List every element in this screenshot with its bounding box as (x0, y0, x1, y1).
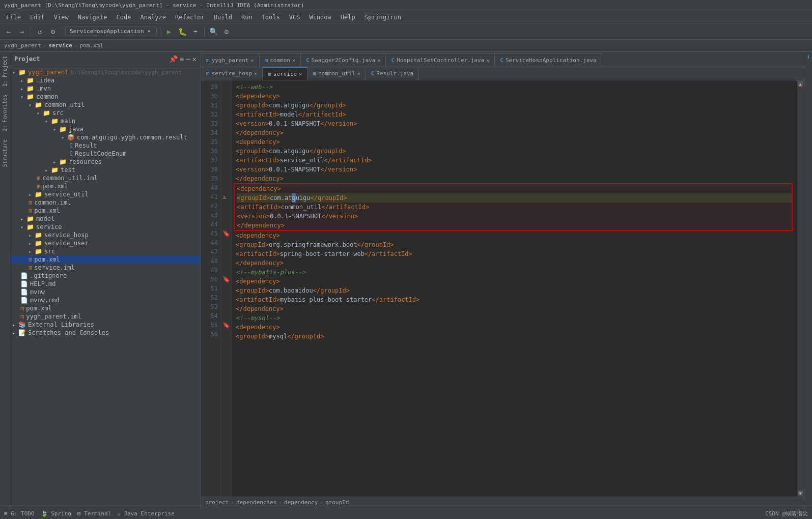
settings-button[interactable]: ⚙ (47, 26, 59, 37)
scroll-top-arrow[interactable]: ▲ (798, 81, 803, 86)
tree-item-result[interactable]: C Result (10, 141, 201, 150)
tab-close-common[interactable]: ✕ (292, 57, 295, 63)
back-button[interactable]: ← (3, 26, 14, 37)
status-spring[interactable]: 🍃 Spring (41, 510, 71, 517)
tree-item-common-util-iml[interactable]: m common_util.iml (10, 174, 201, 182)
eb-groupid[interactable]: groupId (325, 499, 349, 506)
eb-dependency[interactable]: dependency (284, 499, 318, 506)
status-todo[interactable]: ≡ 6: TODO (4, 510, 35, 517)
close-icon[interactable]: ✕ (192, 55, 197, 63)
tree-item-scratches[interactable]: ▸ 📝 Scratches and Consoles (10, 329, 201, 337)
structure-tab[interactable]: Structure (1, 135, 9, 171)
tree-item-src-common[interactable]: ▾ 📁 src (10, 109, 201, 117)
tab-servicehospapplication[interactable]: C ServiceHospApplication.java (495, 53, 602, 67)
settings2-button[interactable]: ⚙ (221, 26, 232, 37)
tree-item-service-iml[interactable]: m service.iml (10, 264, 201, 272)
project-tab[interactable]: 1: Project (1, 52, 9, 91)
tab-swagger2config[interactable]: C Swagger2Config.java ✕ (301, 53, 386, 67)
tree-item-resources[interactable]: ▸ 📁 resources (10, 158, 201, 166)
status-csdn: CSDN @蜗落指尖 (765, 510, 808, 517)
tree-item-pom-service-util[interactable]: m pom.xml (10, 207, 201, 215)
code-editor[interactable]: <!--web--> <dependency> <groupId>com.atg… (232, 80, 797, 497)
tree-item-idea[interactable]: ▸ 📁 .idea (10, 76, 201, 84)
run-config-selector[interactable]: ServiceHospApplication ▾ (65, 26, 157, 36)
search-button[interactable]: 🔍 (208, 26, 219, 37)
tree-item-pkg[interactable]: ▾ 📦 com.atguigu.yygh.common.result (10, 133, 201, 141)
tree-item-mvnw-cmd[interactable]: 📄 mvnw.cmd (10, 296, 201, 304)
menu-analyze[interactable]: Analyze (136, 13, 170, 22)
tab-common[interactable]: m common ✕ (260, 53, 301, 67)
tree-item-model[interactable]: ▸ 📁 model (10, 215, 201, 223)
tree-item-pom-root[interactable]: m pom.xml (10, 304, 201, 312)
tab-yygh-parent[interactable]: m yygh_parent ✕ (201, 53, 260, 67)
coverage-button[interactable]: ☂ (190, 26, 201, 37)
tree-item-service-util[interactable]: ▸ 📁 service_util (10, 190, 201, 198)
tab-icon-swagger2config: C (306, 57, 310, 64)
tab-service[interactable]: m service ✕ (263, 67, 307, 80)
menu-run[interactable]: Run (237, 13, 257, 22)
eb-project[interactable]: project (205, 499, 229, 506)
tree-item-helpmd[interactable]: 📄 HELP.md (10, 280, 201, 288)
menu-view[interactable]: View (50, 13, 73, 22)
menu-vcs[interactable]: VCS (285, 13, 304, 22)
tree-item-common-util[interactable]: ▾ 📁 common_util ← (10, 101, 201, 109)
tab-close-service-hosp[interactable]: ✕ (254, 71, 257, 76)
tab-service-hosp[interactable]: m service_hosp ✕ (201, 67, 263, 80)
breadcrumb-pom[interactable]: pom.xml (79, 42, 103, 49)
tree-item-main-common[interactable]: ▾ 📁 main (10, 117, 201, 125)
tab-common-util[interactable]: m common_util ✕ (307, 67, 366, 80)
right-scrollbar[interactable]: ▲ ▼ (797, 80, 804, 497)
tree-item-java-common[interactable]: ▾ 📁 java (10, 125, 201, 133)
code-line-39: </dependency> (236, 174, 793, 183)
tree-item-mvn[interactable]: ▸ 📁 .mvn (10, 84, 201, 93)
right-icon-1[interactable]: ℹ (807, 54, 809, 60)
breadcrumb-root[interactable]: yygh_parent (4, 42, 41, 49)
tree-item-gitignore[interactable]: 📄 .gitignore (10, 272, 201, 280)
menu-springirun[interactable]: Springirun (360, 13, 405, 22)
tree-item-test[interactable]: ▸ 📁 test (10, 166, 201, 174)
status-java-enterprise[interactable]: ☕ Java Enterprise (117, 510, 175, 517)
menu-file[interactable]: File (2, 13, 25, 22)
tree-item-pom-common[interactable]: m pom.xml (10, 182, 201, 190)
menu-edit[interactable]: Edit (26, 13, 49, 22)
status-terminal[interactable]: ⊞ Terminal (77, 510, 111, 517)
tree-item-service-user[interactable]: ▸ 📁 service_user (10, 239, 201, 247)
tree-item-common[interactable]: ▾ 📁 common (10, 93, 201, 101)
menu-refactor[interactable]: Refactor (171, 13, 209, 22)
code-line-42: <artifactId>common_util</artifactId> (237, 203, 792, 212)
tab-close-common-util[interactable]: ✕ (357, 71, 360, 76)
tree-item-root[interactable]: ▾ 📁 yygh_parent D:\ShangYiTong\mycode\yy… (10, 68, 201, 76)
favorites-tab[interactable]: 2: Favorites (1, 91, 9, 135)
refresh-button[interactable]: ↺ (34, 26, 45, 37)
tab-close-service[interactable]: ✕ (299, 71, 302, 77)
tab-close-hospitalsetcontroller[interactable]: ✕ (486, 57, 489, 63)
debug-button[interactable]: 🐛 (177, 26, 188, 37)
minimize-icon[interactable]: ─ (186, 55, 190, 63)
menu-tools[interactable]: Tools (258, 13, 284, 22)
tree-item-service[interactable]: ▾ 📁 service (10, 223, 201, 231)
tree-item-src-service[interactable]: ▸ 📁 src (10, 247, 201, 255)
tab-result[interactable]: C Result.java (366, 67, 419, 80)
menu-build[interactable]: Build (210, 13, 236, 22)
tree-item-yygh-parent-iml[interactable]: m yygh_parent.iml (10, 312, 201, 321)
tab-close-yygh-parent[interactable]: ✕ (250, 57, 254, 63)
tree-item-common-iml[interactable]: m common.iml (10, 198, 201, 207)
eb-dependencies[interactable]: dependencies (236, 499, 276, 506)
menu-window[interactable]: Window (305, 13, 335, 22)
tree-item-service-hosp[interactable]: ▸ 📁 service_hosp (10, 231, 201, 239)
menu-code[interactable]: Code (113, 13, 135, 22)
tree-item-result-enum[interactable]: C ResultCodeEnum (10, 150, 201, 158)
pin-icon[interactable]: 📌 (169, 55, 178, 63)
run-button[interactable]: ▶ (163, 26, 175, 37)
tree-item-pom-service[interactable]: m pom.xml ← (10, 255, 201, 264)
tree-item-mvnw[interactable]: 📄 mvnw (10, 288, 201, 296)
menu-help[interactable]: Help (337, 13, 359, 22)
tab-close-swagger2config[interactable]: ✕ (377, 57, 380, 63)
forward-button[interactable]: → (16, 26, 27, 37)
tab-hospitalsetcontroller[interactable]: C HospitalSetController.java ✕ (386, 53, 495, 67)
tree-item-external-libs[interactable]: ▸ 📚 External Libraries (10, 321, 201, 329)
settings-icon[interactable]: ≡ (180, 55, 184, 63)
menu-navigate[interactable]: Navigate (74, 13, 111, 22)
breadcrumb-service[interactable]: service (48, 42, 72, 49)
scroll-bottom-arrow[interactable]: ▼ (798, 491, 803, 496)
